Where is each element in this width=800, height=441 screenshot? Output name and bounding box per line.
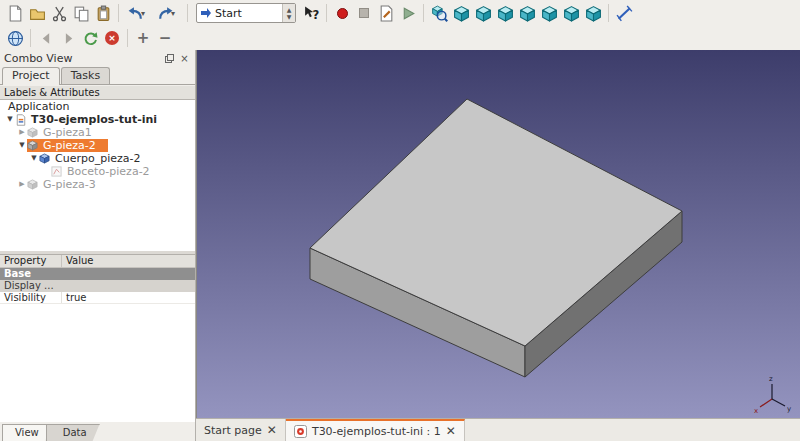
tab-project[interactable]: Project xyxy=(2,67,60,85)
view-right-button[interactable] xyxy=(516,2,538,24)
cut-button[interactable] xyxy=(48,2,70,24)
paste-icon xyxy=(95,5,112,22)
tree-item-g-pieza1[interactable]: ▶ G-pieza1 xyxy=(0,126,195,139)
view-data-tabs: View Data xyxy=(0,424,100,441)
view-axonometric-icon xyxy=(453,5,470,22)
workbench-selector[interactable]: Start ▲▼ xyxy=(196,3,296,23)
3d-viewport[interactable]: z x y xyxy=(196,50,800,418)
view-left-button[interactable] xyxy=(582,2,604,24)
svg-text:y: y xyxy=(787,405,791,413)
plate-solid[interactable] xyxy=(310,99,682,377)
expander-right-icon[interactable]: ▶ xyxy=(17,178,27,191)
macro-edit-button[interactable] xyxy=(375,2,397,24)
tree-item-g-pieza-3[interactable]: ▶ G-pieza-3 xyxy=(0,178,195,191)
body-icon xyxy=(39,153,52,165)
redo-dropdown-icon[interactable]: ▾ xyxy=(171,9,179,18)
tab-data[interactable]: Data xyxy=(46,424,100,441)
tree-item-g-pieza-2[interactable]: ▼ G-pieza-2 xyxy=(0,139,195,152)
main-toolbar: ▾ ▾ Start ▲▼ ? xyxy=(0,0,800,26)
property-column-header[interactable]: Property xyxy=(0,255,62,267)
property-name: Visibility xyxy=(0,292,62,303)
expander-down-icon[interactable]: ▼ xyxy=(17,139,27,152)
tree-item-boceto-pieza-2[interactable]: Boceto-pieza-2 xyxy=(0,165,195,178)
expander-down-icon[interactable]: ▼ xyxy=(29,152,39,165)
view-front-icon xyxy=(475,5,492,22)
undock-panel-icon[interactable] xyxy=(163,52,176,65)
stop-x-icon: × xyxy=(105,31,119,45)
view-right-icon xyxy=(519,5,536,22)
selected-tree-item[interactable]: G-pieza-2 xyxy=(27,139,108,152)
tree-root-application[interactable]: Application xyxy=(0,100,195,113)
view-bottom-button[interactable] xyxy=(560,2,582,24)
nav-refresh-button[interactable] xyxy=(79,27,101,49)
back-arrow-icon xyxy=(38,30,55,47)
svg-text:z: z xyxy=(769,375,773,383)
combo-view-panel: Combo View × Project Tasks Labels & Attr… xyxy=(0,50,196,441)
nav-back-button[interactable] xyxy=(35,27,57,49)
whats-this-button[interactable]: ? xyxy=(300,2,322,24)
copy-icon xyxy=(73,5,90,22)
workbench-selector-spin[interactable]: ▲▼ xyxy=(282,4,295,22)
tab-tasks[interactable]: Tasks xyxy=(61,67,110,84)
nav-forward-button[interactable] xyxy=(57,27,79,49)
view-axonometric-button[interactable] xyxy=(450,2,472,24)
undo-dropdown-icon[interactable]: ▾ xyxy=(141,9,149,18)
new-document-button[interactable] xyxy=(4,2,26,24)
view-fit-all-button[interactable] xyxy=(428,2,450,24)
macro-stop-icon xyxy=(359,8,369,18)
part-icon xyxy=(27,179,40,191)
tab-view[interactable]: View xyxy=(2,424,52,441)
macro-stop-button[interactable] xyxy=(353,2,375,24)
property-group-base[interactable]: Base xyxy=(0,268,195,280)
tree-item-cuerpo-pieza-2[interactable]: ▼ Cuerpo_pieza-2 xyxy=(0,152,195,165)
redo-button[interactable]: ▾ xyxy=(153,2,183,24)
document-tabbar: Start page ✕ T30-ejemplos-tut-ini : 1 ✕ xyxy=(196,418,800,441)
macro-play-button[interactable] xyxy=(397,2,419,24)
doc-tab-t30-document[interactable]: T30-ejemplos-tut-ini : 1 ✕ xyxy=(286,419,465,441)
view-top-button[interactable] xyxy=(494,2,516,24)
freecad-doc-icon xyxy=(294,425,307,438)
navigation-toolbar: × + − xyxy=(0,26,800,50)
doc-tab-start-page[interactable]: Start page ✕ xyxy=(196,419,286,441)
toolbar-separator xyxy=(118,4,119,22)
close-panel-icon[interactable]: × xyxy=(178,52,191,65)
close-tab-icon[interactable]: ✕ xyxy=(267,424,277,436)
undo-button[interactable]: ▾ xyxy=(123,2,153,24)
tree-item-document[interactable]: ▼ T30-ejemplos-tut-ini xyxy=(0,113,195,126)
paste-button[interactable] xyxy=(92,2,114,24)
open-folder-icon xyxy=(29,5,46,22)
refresh-icon xyxy=(82,30,99,47)
new-document-icon xyxy=(7,5,24,22)
open-document-button[interactable] xyxy=(26,2,48,24)
property-value[interactable]: true xyxy=(62,292,195,303)
measure-distance-icon xyxy=(616,5,633,22)
macro-record-button[interactable] xyxy=(331,2,353,24)
combo-view-tabs: Project Tasks xyxy=(0,67,195,85)
toolbar-separator xyxy=(127,29,128,47)
property-row-display[interactable]: Display ... xyxy=(0,280,195,292)
3d-scene: z x y xyxy=(197,50,800,418)
macro-play-icon xyxy=(400,5,417,22)
part-icon xyxy=(27,127,40,139)
view-front-button[interactable] xyxy=(472,2,494,24)
value-column-header[interactable]: Value xyxy=(62,255,195,267)
plus-icon: + xyxy=(137,31,150,46)
zoom-in-button[interactable]: + xyxy=(132,27,154,49)
zoom-out-button[interactable]: − xyxy=(154,27,176,49)
svg-text:x: x xyxy=(754,407,758,415)
measure-distance-button[interactable] xyxy=(613,2,635,24)
view-left-icon xyxy=(585,5,602,22)
expander-down-icon[interactable]: ▼ xyxy=(5,113,15,126)
expander-right-icon[interactable]: ▶ xyxy=(17,126,27,139)
macro-record-icon xyxy=(337,8,348,19)
workbench-selector-value: Start xyxy=(212,7,282,20)
nav-stop-button[interactable]: × xyxy=(101,27,123,49)
document-icon xyxy=(15,114,28,126)
close-tab-icon[interactable]: ✕ xyxy=(446,425,456,437)
web-home-button[interactable] xyxy=(4,27,26,49)
globe-icon xyxy=(7,30,24,47)
copy-button[interactable] xyxy=(70,2,92,24)
minus-icon: − xyxy=(159,31,172,46)
view-rear-button[interactable] xyxy=(538,2,560,24)
property-row-visibility[interactable]: Visibility true xyxy=(0,292,195,304)
